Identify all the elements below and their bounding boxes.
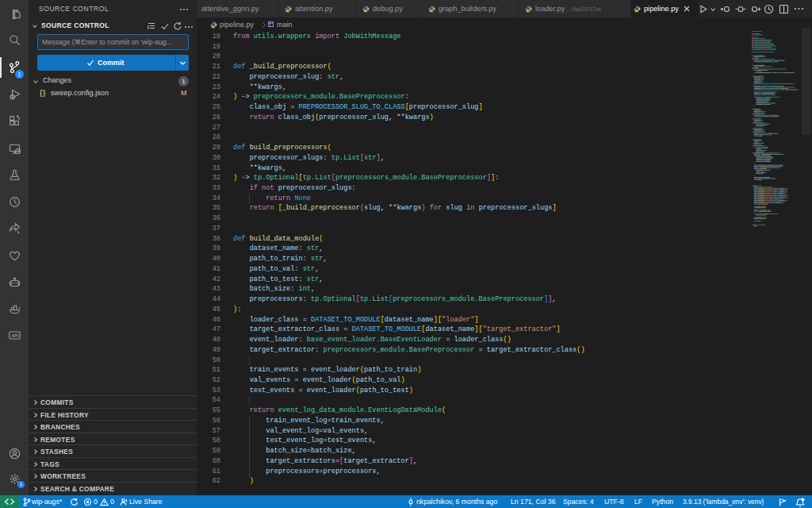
svg-text:API: API bbox=[11, 333, 18, 338]
